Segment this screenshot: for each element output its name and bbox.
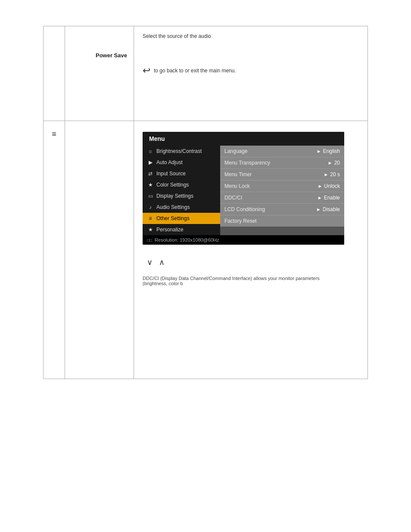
- osd-right-ddc-ci-value: Enable: [324, 195, 340, 201]
- osd-menu-title: Menu: [143, 132, 344, 146]
- personalize-icon: ★: [147, 227, 154, 233]
- bottom-mid-col: [65, 121, 134, 379]
- back-arrow-icon: ↩: [143, 65, 150, 76]
- nav-down-arrow[interactable]: ∨: [147, 258, 153, 267]
- osd-right-menu-timer-value: 20 s: [330, 171, 340, 177]
- osd-right-factory-reset-label: Factory Reset: [224, 218, 340, 224]
- osd-item-brightness-label: Brightness/Contrast: [156, 148, 202, 154]
- transparency-arrow-icon: ►: [328, 160, 333, 165]
- other-settings-icon: ≡: [147, 215, 154, 221]
- osd-resolution-text: Resolution: 1920x1080@60Hz: [155, 237, 219, 243]
- osd-right-menu-lock-label: Menu Lock: [224, 183, 316, 189]
- auto-adjust-icon: ▶: [147, 159, 154, 165]
- ddc-description: DDC/CI (Display Data Channel/Command Int…: [143, 276, 341, 286]
- osd-item-personalize-label: Personalize: [156, 227, 184, 233]
- osd-right-menu-lock[interactable]: Menu Lock ► Unlock: [220, 180, 344, 192]
- osd-item-auto-adjust-label: Auto Adjust: [156, 159, 183, 165]
- other-settings-section-icon: ≡: [52, 130, 56, 139]
- osd-item-display-settings-label: Display Settings: [156, 193, 193, 199]
- osd-item-input-source[interactable]: ⇄ Input Source: [143, 168, 220, 179]
- osd-item-input-source-label: Input Source: [156, 171, 186, 177]
- color-settings-icon: ★: [147, 182, 154, 188]
- osd-right-menu-lock-value: Unlock: [324, 183, 340, 189]
- osd-item-brightness[interactable]: ☼ Brightness/Contrast: [143, 146, 220, 157]
- lock-arrow-icon: ►: [318, 184, 322, 189]
- back-arrow-row: ↩ to go back to or exit the main menu.: [143, 65, 359, 76]
- osd-status-bar: □□ Resolution: 1920x1080@60Hz: [143, 235, 344, 245]
- page-wrapper: Power Save Select the source of the audi…: [0, 26, 411, 532]
- bottom-right-col: Menu ☼ Brightness/Contrast ▶ Auto Adjust: [134, 121, 367, 379]
- resolution-icon: □□: [147, 238, 152, 243]
- osd-right-menu-transparency-value: 20: [334, 160, 340, 166]
- osd-item-other-settings[interactable]: ≡ Other Settings: [143, 213, 220, 224]
- lcd-arrow-icon: ►: [316, 207, 321, 212]
- osd-left-panel: ☼ Brightness/Contrast ▶ Auto Adjust ⇄ In…: [143, 146, 220, 235]
- osd-right-language[interactable]: Language ► English: [220, 146, 344, 157]
- power-save-label: Power Save: [96, 52, 127, 59]
- nav-up-arrow[interactable]: ∧: [159, 258, 165, 267]
- osd-item-other-settings-label: Other Settings: [156, 215, 190, 221]
- language-arrow-icon: ►: [317, 149, 321, 154]
- osd-menu: Menu ☼ Brightness/Contrast ▶ Auto Adjust: [143, 132, 344, 245]
- back-arrow-text: to go back to or exit the main menu.: [154, 68, 236, 74]
- osd-right-menu-timer-label: Menu Timer: [224, 171, 322, 177]
- osd-item-audio-settings[interactable]: ♪ Audio Settings: [143, 202, 220, 213]
- osd-right-ddc-ci[interactable]: DDC/CI ► Enable: [220, 192, 344, 204]
- top-left-col: [44, 26, 65, 121]
- input-source-icon: ⇄: [147, 171, 154, 177]
- osd-item-audio-settings-label: Audio Settings: [156, 204, 190, 210]
- osd-right-factory-reset[interactable]: Factory Reset: [220, 215, 344, 227]
- osd-right-menu-transparency[interactable]: Menu Transparency ► 20: [220, 157, 344, 169]
- osd-item-auto-adjust[interactable]: ▶ Auto Adjust: [143, 157, 220, 168]
- top-mid-col: Power Save: [65, 26, 134, 121]
- nav-arrows-row: ∨ ∧: [143, 258, 359, 267]
- osd-item-display-settings[interactable]: ▭ Display Settings: [143, 190, 220, 202]
- osd-item-color-settings-label: Color Settings: [156, 182, 189, 188]
- timer-arrow-icon: ►: [324, 172, 328, 177]
- osd-right-ddc-ci-label: DDC/CI: [224, 195, 316, 201]
- osd-right-lcd-conditioning-value: Disable: [323, 206, 340, 212]
- display-settings-icon: ▭: [147, 193, 154, 199]
- audio-settings-icon: ♪: [147, 204, 154, 210]
- bottom-section: ≡ Menu ☼ Brightness/Contrast ▶ Aut: [43, 121, 368, 379]
- select-audio-text: Select the source of the audio: [143, 33, 211, 39]
- top-right-col: Select the source of the audio ↩ to go b…: [134, 26, 367, 121]
- osd-item-color-settings[interactable]: ★ Color Settings: [143, 179, 220, 190]
- brightness-icon: ☼: [147, 148, 154, 154]
- osd-right-language-label: Language: [224, 148, 315, 154]
- osd-right-lcd-conditioning[interactable]: LCD Conditioning ► Disable: [220, 204, 344, 215]
- osd-menu-body: ☼ Brightness/Contrast ▶ Auto Adjust ⇄ In…: [143, 146, 344, 235]
- osd-right-lcd-conditioning-label: LCD Conditioning: [224, 206, 314, 212]
- bottom-left-col: ≡: [44, 121, 65, 379]
- osd-right-menu-transparency-label: Menu Transparency: [224, 160, 326, 166]
- ddc-arrow-icon: ►: [318, 195, 322, 200]
- osd-right-language-value: English: [323, 148, 340, 154]
- osd-right-menu-timer[interactable]: Menu Timer ► 20 s: [220, 169, 344, 180]
- osd-item-personalize[interactable]: ★ Personalize: [143, 224, 220, 235]
- osd-right-panel: Language ► English Menu Transparency ► 2…: [220, 146, 344, 235]
- top-section: Power Save Select the source of the audi…: [43, 26, 368, 121]
